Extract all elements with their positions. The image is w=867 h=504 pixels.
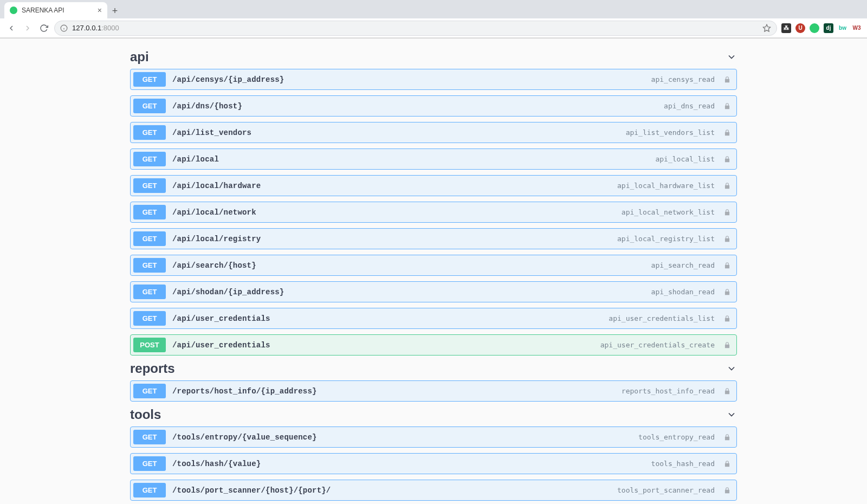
address-bar[interactable]: 127.0.0.1:8000: [54, 21, 777, 36]
operation-row[interactable]: GET/tools/port_scanner/{host}/{port}/too…: [130, 480, 737, 501]
operation-id: tools_entropy_read: [638, 433, 715, 441]
chevron-down-icon: [726, 409, 737, 420]
operation-id: api_local_hardware_list: [617, 182, 715, 190]
reload-icon: [40, 24, 48, 33]
http-method-badge: GET: [133, 205, 166, 219]
operation-id: api_user_credentials_create: [600, 341, 715, 349]
operation-row[interactable]: GET/api/list_vendorsapi_list_vendors_lis…: [130, 122, 737, 143]
back-button[interactable]: [5, 22, 17, 34]
operation-path: /api/local: [172, 155, 219, 164]
operation-row[interactable]: GET/api/local/registryapi_local_registry…: [130, 228, 737, 249]
tab-close-icon[interactable]: ×: [98, 6, 102, 15]
browser-chrome: SARENKA API × + 127.0.0.1:8000 ⁂ U: [0, 0, 867, 38]
browser-tab[interactable]: SARENKA API ×: [4, 2, 107, 18]
operation-path: /api/local/hardware: [172, 182, 261, 190]
operation-path: /api/list_vendors: [172, 128, 251, 137]
operation-row[interactable]: POST/api/user_credentialsapi_user_creden…: [130, 334, 737, 356]
operation-id: tools_port_scanner_read: [617, 486, 715, 494]
operation-row[interactable]: GET/api/local/hardwareapi_local_hardware…: [130, 175, 737, 196]
extension-icon[interactable]: ⁂: [781, 23, 791, 33]
tag-header-api[interactable]: api: [130, 44, 737, 69]
site-info-icon[interactable]: [60, 24, 68, 32]
chevron-down-icon: [726, 51, 737, 62]
operation-row[interactable]: GET/api/dns/{host}api_dns_read: [130, 95, 737, 117]
extension-icon[interactable]: dj: [824, 23, 833, 33]
lock-icon[interactable]: [723, 288, 731, 296]
operation-id: api_censys_read: [651, 75, 715, 83]
lock-icon[interactable]: [723, 487, 731, 494]
http-method-badge: GET: [133, 231, 166, 246]
operation-list: GET/api/censys/{ip_address}api_censys_re…: [130, 69, 737, 356]
operation-row[interactable]: GET/api/shodan/{ip_address}api_shodan_re…: [130, 281, 737, 302]
lock-icon[interactable]: [723, 434, 731, 441]
tag-header-tools[interactable]: tools: [130, 402, 737, 427]
http-method-badge: GET: [133, 178, 166, 193]
extension-icon[interactable]: U: [795, 23, 805, 33]
lock-icon[interactable]: [723, 341, 731, 349]
http-method-badge: GET: [133, 285, 166, 299]
http-method-badge: GET: [133, 125, 166, 140]
operation-path: /api/censys/{ip_address}: [172, 75, 284, 84]
reload-button[interactable]: [38, 22, 50, 34]
bookmark-star-icon[interactable]: [762, 24, 771, 33]
url-port: :8000: [101, 24, 119, 32]
arrow-right-icon: [23, 24, 32, 33]
operation-path: /api/user_credentials: [172, 314, 270, 323]
operation-row[interactable]: GET/tools/entropy/{value_sequence}tools_…: [130, 427, 737, 448]
operation-path: /api/dns/{host}: [172, 102, 242, 111]
lock-icon[interactable]: [723, 315, 731, 322]
lock-icon[interactable]: [723, 209, 731, 216]
lock-icon[interactable]: [723, 156, 731, 163]
operation-id: tools_hash_read: [651, 460, 715, 468]
chevron-down-icon: [726, 363, 737, 374]
operation-row[interactable]: GET/api/local/networkapi_local_network_l…: [130, 202, 737, 223]
operation-row[interactable]: GET/api/localapi_local_list: [130, 148, 737, 170]
operation-list: GET/tools/entropy/{value_sequence}tools_…: [130, 427, 737, 501]
lock-icon[interactable]: [723, 102, 731, 110]
operation-row[interactable]: GET/api/censys/{ip_address}api_censys_re…: [130, 69, 737, 90]
lock-icon[interactable]: [723, 129, 731, 137]
lock-icon[interactable]: [723, 182, 731, 190]
lock-icon[interactable]: [723, 262, 731, 269]
http-method-badge: GET: [133, 311, 166, 326]
http-method-badge: GET: [133, 258, 166, 273]
operation-id: reports_host_info_read: [622, 387, 715, 395]
operation-row[interactable]: GET/api/user_credentialsapi_user_credent…: [130, 308, 737, 329]
http-method-badge: GET: [133, 456, 166, 471]
extension-icon[interactable]: [810, 23, 819, 33]
http-method-badge: POST: [133, 338, 166, 352]
operation-row[interactable]: GET/api/search/{host}api_search_read: [130, 255, 737, 276]
operation-id: api_dns_read: [664, 102, 715, 110]
operation-path: /api/local/registry: [172, 235, 261, 243]
new-tab-button[interactable]: +: [107, 3, 122, 18]
extension-icon[interactable]: bw: [838, 23, 847, 33]
extension-icon[interactable]: W3: [852, 23, 862, 33]
operation-path: /tools/port_scanner/{host}/{port}/: [172, 486, 331, 495]
operation-id: api_shodan_read: [651, 288, 715, 296]
operation-path: /tools/entropy/{value_sequence}: [172, 433, 317, 442]
tab-title: SARENKA API: [22, 7, 64, 14]
operation-list: GET/reports/host_info/{ip_address}report…: [130, 380, 737, 402]
http-method-badge: GET: [133, 152, 166, 166]
browser-toolbar: 127.0.0.1:8000 ⁂ U dj bw W3: [0, 18, 867, 38]
lock-icon[interactable]: [723, 460, 731, 468]
forward-button[interactable]: [22, 22, 34, 34]
http-method-badge: GET: [133, 72, 166, 87]
operation-row[interactable]: GET/reports/host_info/{ip_address}report…: [130, 380, 737, 402]
tag-title: tools: [130, 407, 161, 422]
http-method-badge: GET: [133, 483, 166, 497]
extensions-row: ⁂ U dj bw W3: [781, 23, 862, 33]
tag-title: api: [130, 49, 149, 64]
http-method-badge: GET: [133, 430, 166, 444]
operation-id: api_list_vendors_list: [626, 128, 715, 137]
lock-icon[interactable]: [723, 76, 731, 83]
tag-header-reports[interactable]: reports: [130, 356, 737, 380]
operation-row[interactable]: GET/tools/hash/{value}tools_hash_read: [130, 453, 737, 474]
favicon-icon: [10, 7, 17, 14]
lock-icon[interactable]: [723, 387, 731, 395]
http-method-badge: GET: [133, 99, 166, 113]
operation-id: api_user_credentials_list: [609, 314, 715, 322]
swagger-root: apiGET/api/censys/{ip_address}api_censys…: [125, 38, 742, 504]
operation-id: api_search_read: [651, 261, 715, 269]
lock-icon[interactable]: [723, 235, 731, 243]
